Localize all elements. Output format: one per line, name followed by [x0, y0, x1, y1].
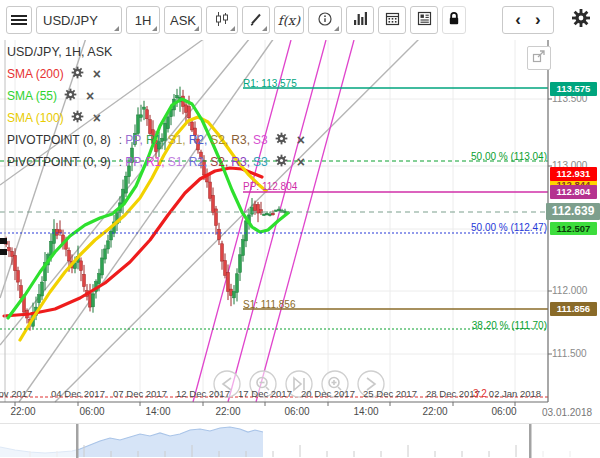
close-icon[interactable]: × — [93, 110, 101, 126]
toolbar: USD/JPY 1H ASK f(x) — [0, 0, 600, 40]
close-icon[interactable]: × — [93, 66, 101, 82]
close-icon[interactable]: × — [297, 132, 305, 148]
info-button[interactable] — [308, 6, 342, 34]
draw-tools-button[interactable] — [242, 6, 270, 34]
popout-chart-button[interactable] — [527, 46, 551, 70]
close-icon[interactable]: × — [297, 154, 305, 170]
lock-icon — [447, 11, 461, 29]
navigator-right-handle[interactable] — [529, 424, 532, 458]
fx-icon: f(x) — [278, 13, 300, 28]
price-type-label: ASK — [170, 13, 196, 28]
gear-icon — [275, 154, 288, 170]
trading-app: { "toolbar": { "symbol": "USD/JPY", "tim… — [0, 0, 600, 458]
navigator[interactable] — [0, 424, 600, 458]
chevron-left-icon[interactable]: ‹ — [509, 10, 527, 30]
indicator-settings-button[interactable] — [275, 132, 288, 148]
indicator-settings-button[interactable] — [71, 66, 84, 82]
history-nav-group: ‹ › — [502, 6, 554, 34]
volume-button[interactable] — [346, 6, 374, 34]
calendar-button[interactable] — [378, 6, 406, 34]
hamburger-icon — [11, 13, 27, 27]
bar-chart-icon — [353, 11, 368, 29]
pan-right-button[interactable] — [358, 371, 384, 397]
symbol-select[interactable]: USD/JPY — [36, 6, 122, 34]
zoom-in-button[interactable] — [322, 371, 348, 397]
gear-icon — [571, 8, 591, 32]
chevron-right-icon[interactable]: › — [529, 10, 547, 30]
close-icon[interactable]: × — [86, 88, 94, 104]
indicators-button[interactable]: f(x) — [274, 6, 304, 34]
chart-type-select[interactable] — [206, 6, 238, 34]
navigator-left-handle[interactable] — [76, 424, 79, 458]
timeframe-select[interactable]: 1H — [126, 6, 160, 34]
quote-board-icon — [417, 11, 432, 29]
trend-lines[interactable] — [0, 38, 420, 402]
candlestick-icon — [214, 11, 230, 30]
pencil-icon — [249, 12, 263, 29]
popout-icon — [532, 49, 546, 67]
gear-icon — [275, 132, 288, 148]
indicator-settings-button[interactable] — [64, 88, 77, 104]
chart-nav-buttons — [214, 371, 384, 397]
info-icon — [317, 11, 333, 30]
go-to-latest-button[interactable] — [286, 371, 312, 397]
indicator-settings-button[interactable] — [71, 110, 84, 126]
symbol-label: USD/JPY — [43, 13, 98, 28]
settings-button[interactable] — [568, 6, 594, 34]
drawing-anchor-handle[interactable] — [0, 249, 7, 255]
calendar-icon — [385, 11, 400, 29]
grid — [0, 40, 548, 402]
quotes-panel-button[interactable] — [410, 6, 438, 34]
lock-button[interactable] — [442, 6, 466, 34]
pan-left-button[interactable] — [214, 371, 240, 397]
gear-icon — [71, 110, 84, 126]
gear-icon — [71, 66, 84, 82]
indicator-settings-button[interactable] — [275, 154, 288, 170]
drawing-anchor-handle[interactable] — [0, 238, 7, 244]
menu-button[interactable] — [6, 6, 32, 34]
zoom-out-button[interactable] — [250, 371, 276, 397]
timeframe-label: 1H — [135, 13, 152, 28]
chart-canvas[interactable] — [0, 0, 600, 458]
gear-icon — [64, 88, 77, 104]
price-type-select[interactable]: ASK — [164, 6, 202, 34]
